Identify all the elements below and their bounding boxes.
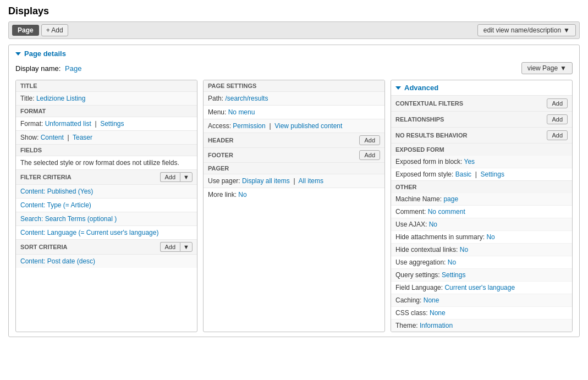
format-settings-link[interactable]: Settings — [100, 120, 124, 128]
use-pager-value[interactable]: Display all items — [242, 177, 290, 185]
page-settings-label: PAGE SETTINGS — [204, 80, 384, 92]
ajax-row: Use AJAX: No — [391, 218, 572, 231]
format-section-label: FORMAT — [16, 106, 197, 117]
no-results-add-button[interactable]: Add — [547, 130, 568, 140]
format-value[interactable]: Unformatted list — [45, 120, 91, 128]
exposed-style-basic[interactable]: Basic — [455, 170, 471, 178]
query-settings-row: Query settings: Settings — [391, 269, 572, 282]
fields-section-label: FIELDS — [16, 145, 197, 156]
hide-attachments-value[interactable]: No — [486, 233, 494, 241]
format-row: Format: Unformatted list | Settings — [16, 117, 197, 131]
chevron-down-icon: ▼ — [563, 26, 570, 34]
filter-add-button[interactable]: Add — [160, 172, 180, 182]
title-value[interactable]: Ledizione Listing — [36, 95, 85, 102]
three-col-layout: TITLE Title: Ledizione Listing FORMAT Fo… — [15, 80, 573, 332]
collapse-icon — [15, 52, 21, 56]
filter-link-0[interactable]: Content: Published (Yes) — [20, 188, 93, 195]
contextual-filters-header: CONTEXTUAL FILTERS Add — [391, 96, 572, 111]
right-panel: Advanced CONTEXTUAL FILTERS Add RELATION… — [391, 80, 573, 332]
exposed-style-settings[interactable]: Settings — [481, 170, 504, 178]
display-name-label: Display name: Page — [15, 64, 81, 73]
sort-add-arrow-button[interactable]: ▼ — [180, 242, 193, 252]
menu-value[interactable]: No menu — [228, 108, 255, 116]
show-teaser-link[interactable]: Teaser — [73, 134, 92, 141]
all-items-link[interactable]: All items — [299, 177, 323, 185]
contextual-filters-label: CONTEXTUAL FILTERS — [395, 100, 463, 107]
title-row: Title: Ledizione Listing — [16, 92, 197, 106]
filter-criteria-label: FILTER CRITERIA — [20, 174, 72, 180]
exposed-style-row: Exposed form style: Basic | Settings — [391, 168, 572, 180]
css-value[interactable]: None — [430, 309, 446, 317]
caching-value[interactable]: None — [424, 296, 439, 304]
sort-criteria-label: SORT CRITERIA — [20, 244, 68, 250]
filter-link-2[interactable]: Search: Search Terms (optional ) — [20, 215, 117, 223]
filter-item-3: Content: Language (= Current user's lang… — [16, 226, 197, 240]
access-row: Access: Permission | View published cont… — [204, 119, 384, 133]
more-link-row: More link: No — [204, 188, 384, 201]
exposed-form-header: EXPOSED FORM — [391, 144, 572, 156]
theme-row: Theme: Information — [391, 320, 572, 332]
path-value[interactable]: /search/results — [225, 95, 268, 102]
access-view-link[interactable]: View published content — [274, 122, 342, 130]
no-results-header: NO RESULTS BEHAVIOR Add — [391, 128, 572, 143]
relationships-add-button[interactable]: Add — [547, 114, 568, 124]
filter-add-arrow-button[interactable]: ▼ — [180, 172, 193, 182]
header-add-button[interactable]: Add — [359, 135, 380, 145]
field-lang-value[interactable]: Current user's language — [444, 284, 515, 291]
display-name-value[interactable]: Page — [65, 64, 81, 73]
exposed-in-block-value[interactable]: Yes — [464, 158, 475, 166]
sort-add-button[interactable]: Add — [160, 242, 180, 252]
field-lang-row: Field Language: Current user's language — [391, 282, 572, 294]
sort-link-0[interactable]: Content: Post date (desc) — [20, 257, 95, 265]
middle-panel: PAGE SETTINGS Path: /search/results Menu… — [203, 80, 385, 332]
show-content-link[interactable]: Content — [41, 134, 64, 141]
header-header: HEADER Add — [204, 133, 384, 148]
page-wrapper: Displays Page + Add edit view name/descr… — [0, 0, 588, 348]
header-label: HEADER — [208, 137, 233, 144]
page-title: Displays — [8, 5, 580, 17]
machine-name-row: Machine Name: page — [391, 193, 572, 206]
aggregation-value[interactable]: No — [448, 258, 456, 266]
comment-value[interactable]: No comment — [428, 208, 465, 216]
title-section-label: TITLE — [16, 80, 197, 92]
filter-link-3[interactable]: Content: Language (= Current user's lang… — [20, 229, 158, 236]
filter-link-1[interactable]: Content: Type (= Article) — [20, 201, 91, 209]
view-page-button[interactable]: view Page ▼ — [521, 62, 573, 74]
machine-name-value[interactable]: page — [443, 195, 458, 203]
tab-page[interactable]: Page — [12, 25, 39, 36]
menu-row: Menu: No menu — [204, 106, 384, 119]
add-tab-button[interactable]: + Add — [41, 24, 68, 36]
filter-item-2: Search: Search Terms (optional ) — [16, 212, 197, 226]
page-details-section: Page details Display name: Page view Pag… — [8, 45, 580, 337]
css-row: CSS class: None — [391, 307, 572, 320]
exposed-form-section: EXPOSED FORM Exposed form in block: Yes … — [391, 144, 572, 181]
footer-label: FOOTER — [208, 152, 233, 158]
edit-view-button[interactable]: edit view name/description ▼ — [477, 24, 576, 36]
no-results-section: NO RESULTS BEHAVIOR Add — [391, 128, 572, 144]
other-section: OTHER Machine Name: page Comment: No com… — [391, 181, 572, 332]
left-panel: TITLE Title: Ledizione Listing FORMAT Fo… — [15, 80, 197, 332]
relationships-section: RELATIONSHIPS Add — [391, 112, 572, 128]
query-settings-value[interactable]: Settings — [442, 271, 465, 279]
hide-contextual-value[interactable]: No — [460, 246, 468, 254]
sort-add-btn-group: Add ▼ — [160, 242, 193, 252]
access-permission-link[interactable]: Permission — [233, 122, 265, 130]
contextual-filters-add-button[interactable]: Add — [547, 98, 568, 108]
filter-add-btn-group: Add ▼ — [160, 172, 193, 182]
no-results-label: NO RESULTS BEHAVIOR — [395, 132, 467, 139]
more-link-value[interactable]: No — [238, 191, 246, 199]
exposed-form-label: EXPOSED FORM — [395, 146, 444, 153]
theme-value[interactable]: Information — [420, 322, 453, 329]
footer-add-button[interactable]: Add — [359, 150, 380, 160]
hide-attachments-row: Hide attachments in summary: No — [391, 231, 572, 244]
contextual-filters-section: CONTEXTUAL FILTERS Add — [391, 96, 572, 112]
sort-criteria-header: SORT CRITERIA Add ▼ — [16, 240, 197, 255]
sort-item-0: Content: Post date (desc) — [16, 255, 197, 268]
other-label: OTHER — [395, 184, 417, 190]
path-row: Path: /search/results — [204, 92, 384, 106]
ajax-value[interactable]: No — [429, 221, 437, 228]
exposed-in-block-row: Exposed form in block: Yes — [391, 156, 572, 168]
pager-label: PAGER — [204, 163, 384, 174]
page-details-header[interactable]: Page details — [15, 49, 573, 58]
advanced-header[interactable]: Advanced — [391, 80, 572, 96]
